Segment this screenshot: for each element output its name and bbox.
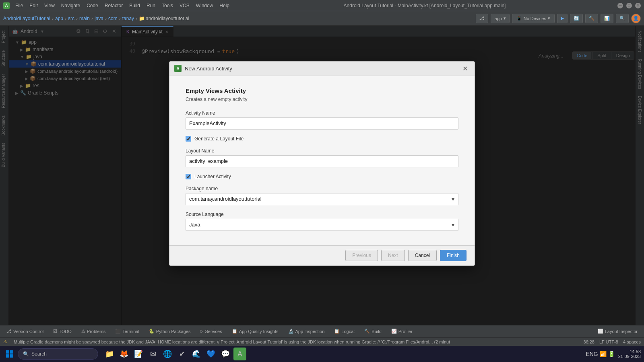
app-quality-icon: 📋 — [232, 329, 237, 334]
vcs-tab-icon: ⎇ — [6, 329, 12, 334]
app-selector-label: app — [494, 16, 502, 21]
breadcrumb-main[interactable]: main — [79, 16, 90, 21]
terminal-label: Terminal — [122, 329, 139, 334]
activity-name-input[interactable] — [186, 117, 458, 130]
start-button[interactable] — [3, 348, 16, 360]
menu-help[interactable]: Help — [217, 2, 232, 9]
new-android-activity-dialog: A New Android Activity ✕ Empty Views Act… — [169, 61, 475, 266]
search-everywhere-button[interactable]: 🔍 — [616, 14, 629, 23]
app-selector-arrow: ▾ — [504, 16, 506, 21]
generate-layout-row: Generate a Layout File — [186, 136, 458, 142]
bottom-tabs: ⎇ Version Control ☑ TODO ⚠ Problems ⬛ Te… — [0, 325, 644, 337]
breadcrumb-package[interactable]: 📁 — [139, 16, 145, 21]
vcs-button[interactable]: ⎇ — [476, 14, 488, 23]
avatar-button[interactable]: 👤 — [631, 14, 641, 23]
wifi-icon[interactable]: 📶 — [600, 351, 607, 357]
menu-edit[interactable]: Edit — [27, 2, 40, 9]
taskbar-browser1[interactable]: 🦊 — [118, 348, 130, 360]
modal-close-button[interactable]: ✕ — [460, 64, 470, 73]
cancel-button[interactable]: Cancel — [408, 250, 437, 261]
menu-build[interactable]: Build — [127, 2, 142, 9]
no-devices-arrow: ▾ — [548, 16, 550, 21]
sync-button[interactable]: 🔄 — [570, 14, 583, 23]
encoding-indicator: LF UTF-8 — [599, 339, 618, 344]
menu-navigate[interactable]: Navigate — [59, 2, 83, 9]
layout-inspector-icon: ⬜ — [598, 329, 603, 334]
menu-code[interactable]: Code — [84, 2, 101, 9]
terminal-tab[interactable]: ⬛ Terminal — [112, 327, 142, 335]
taskbar-mail[interactable]: ✉ — [147, 348, 159, 360]
todo-label: TODO — [59, 329, 72, 334]
problems-tab[interactable]: ⚠ Problems — [78, 327, 109, 335]
services-label: Services — [205, 329, 222, 334]
source-language-label: Source Language — [186, 212, 458, 217]
package-name-group: Package name com.tanay.androidlayouttuto… — [186, 186, 458, 205]
profiler-button[interactable]: 📊 — [601, 14, 613, 23]
layout-inspector-btn[interactable]: ⬜ Layout Inspector — [594, 327, 641, 335]
modal-body: Empty Views Activity Creates a new empty… — [169, 76, 475, 245]
logcat-tab[interactable]: 📋 Logcat — [331, 327, 358, 335]
app-selector[interactable]: app ▾ — [491, 14, 509, 23]
taskbar-notes[interactable]: 📝 — [132, 348, 145, 360]
breadcrumb-app[interactable]: app — [55, 16, 63, 21]
build-tab[interactable]: 🔨 Build — [361, 327, 384, 335]
maximize-button[interactable]: □ — [626, 3, 632, 8]
source-language-select[interactable]: Java Kotlin — [186, 219, 458, 231]
next-button[interactable]: Next — [381, 250, 405, 261]
taskbar-vscode[interactable]: 💙 — [204, 348, 217, 360]
profiler-tab[interactable]: 📈 Profiler — [388, 327, 416, 335]
minimize-button[interactable]: ─ — [617, 3, 623, 8]
svg-rect-2 — [6, 354, 9, 358]
warning-icon: ⚠ — [3, 339, 7, 344]
breadcrumb-src[interactable]: src — [68, 16, 74, 21]
menu-tools[interactable]: Tools — [159, 2, 175, 9]
toolbar-right: ⎇ app ▾ 📱 No Devices ▾ ▶ 🔄 🔨 📊 🔍 👤 — [476, 14, 641, 23]
modal-titlebar: A New Android Activity ✕ — [169, 62, 475, 76]
python-packages-tab[interactable]: 🐍 Python Packages — [146, 327, 194, 335]
taskbar-android-studio[interactable]: A — [233, 348, 246, 360]
no-devices-button[interactable]: 📱 No Devices ▾ — [512, 14, 555, 23]
taskbar-search[interactable]: 🔍 Search — [18, 348, 98, 360]
taskbar-right: ENG 📶 🔋 14:53 21-09-2023 — [586, 349, 641, 359]
services-tab[interactable]: ▷ Services — [197, 327, 225, 335]
menu-run[interactable]: Run — [144, 2, 158, 9]
app-inspection-label: App Inspection — [295, 329, 325, 334]
launcher-activity-checkbox[interactable] — [186, 174, 191, 179]
todo-tab[interactable]: ☑ TODO — [50, 327, 75, 335]
finish-button[interactable]: Finish — [440, 250, 466, 261]
source-language-group: Source Language Java Kotlin — [186, 212, 458, 231]
build-button[interactable]: 🔨 — [585, 14, 598, 23]
menu-view[interactable]: View — [42, 2, 57, 9]
close-window-button[interactable]: ✕ — [635, 3, 641, 8]
version-control-tab[interactable]: ⎇ Version Control — [3, 327, 47, 335]
generate-layout-checkbox[interactable] — [186, 136, 191, 142]
breadcrumb-java[interactable]: java — [95, 16, 103, 21]
menu-vcs[interactable]: VCS — [177, 2, 192, 9]
taskbar-files[interactable]: 📁 — [103, 348, 116, 360]
battery-icon[interactable]: 🔋 — [608, 351, 615, 357]
menu-bar: File Edit View Navigate Code Refactor Bu… — [13, 2, 232, 9]
menu-refactor[interactable]: Refactor — [102, 2, 125, 9]
taskbar-time: 14:53 21-09-2023 — [618, 349, 641, 359]
build-label: Build — [372, 329, 381, 334]
profiler-icon: 📊 — [604, 16, 610, 21]
app-inspection-tab[interactable]: 🔬 App Inspection — [285, 327, 328, 335]
menu-window[interactable]: Window — [194, 2, 216, 9]
previous-button[interactable]: Previous — [345, 250, 378, 261]
taskbar-check[interactable]: ✔ — [175, 348, 188, 360]
version-control-label: Version Control — [13, 329, 43, 334]
breadcrumb-tanay[interactable]: tanay — [122, 16, 134, 21]
app-quality-label: App Quality Insights — [239, 329, 279, 334]
app-quality-tab[interactable]: 📋 App Quality Insights — [229, 327, 282, 335]
window-title: Android Layout Tutorial - MainActivity.k… — [344, 3, 506, 8]
taskbar-chrome[interactable]: 🌐 — [161, 348, 174, 360]
taskbar-edge[interactable]: 🌊 — [190, 348, 203, 360]
breadcrumb-root[interactable]: AndroidLayoutTutorial — [3, 16, 50, 21]
breadcrumb-com[interactable]: com — [108, 16, 118, 21]
launcher-activity-label: Launcher Activity — [194, 174, 231, 179]
taskbar-whatsapp[interactable]: 💬 — [219, 348, 232, 360]
run-button[interactable]: ▶ — [557, 14, 568, 23]
package-name-select[interactable]: com.tanay.androidlayouttutorial — [186, 193, 458, 205]
layout-name-input[interactable] — [186, 155, 458, 167]
menu-file[interactable]: File — [13, 2, 25, 9]
